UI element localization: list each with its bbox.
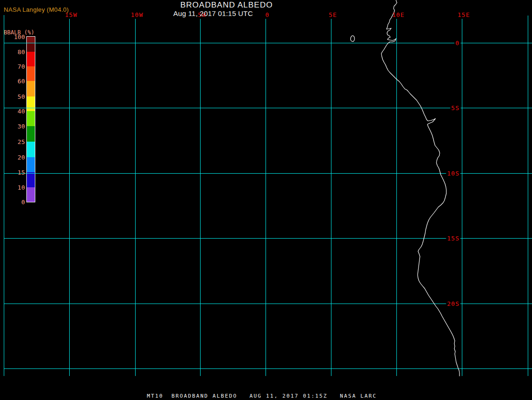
island-outline — [351, 36, 355, 41]
colorbar-tick-label: 30 — [17, 123, 25, 130]
latitude-label: 10S — [446, 170, 460, 177]
timestamp-subtitle: Aug 11, 2017 01:15 UTC — [173, 9, 253, 17]
colorbar-tick-label: 15 — [17, 169, 25, 176]
grid-lines — [4, 15, 532, 376]
colorbar-tick-label: 100 — [14, 33, 25, 40]
colorbar-tick-label: 25 — [17, 138, 25, 145]
map-plot — [0, 0, 532, 400]
latitude-label: 20S — [446, 300, 460, 307]
latitude-label: 5S — [450, 104, 460, 112]
colorbar-tick-label: 80 — [17, 48, 25, 56]
colorbar-tick-label: 10 — [17, 184, 25, 191]
colorbar-tick-label: 20 — [17, 154, 25, 161]
latitude-label: 15S — [446, 235, 460, 242]
colorbar-tick-label: 60 — [17, 78, 25, 85]
colorbar-tick-label: 0 — [21, 199, 25, 206]
longitude-label: 0 — [266, 11, 270, 18]
longitude-label: 10W — [131, 11, 143, 18]
agency-label: NASA Langley (M04.0) — [4, 6, 69, 13]
page-title: BROADBAND ALBEDO — [180, 0, 273, 10]
latitude-label: 0 — [454, 40, 460, 47]
coastline — [381, 0, 459, 376]
longitude-label: 15E — [458, 11, 470, 18]
map-canvas: NASA Langley (M04.0) BROADBAND ALBEDO Au… — [0, 0, 532, 400]
longitude-label: 10E — [392, 11, 404, 18]
footer-status-line: MT10 BROADBAND ALBEDO AUG 11, 2017 01:15… — [147, 393, 377, 399]
colorbar-tick-label: 50 — [17, 93, 25, 100]
colorbar-tick-label: 40 — [17, 108, 25, 115]
longitude-label: 5E — [329, 11, 337, 18]
colorbar-tick-label: 70 — [17, 63, 25, 70]
